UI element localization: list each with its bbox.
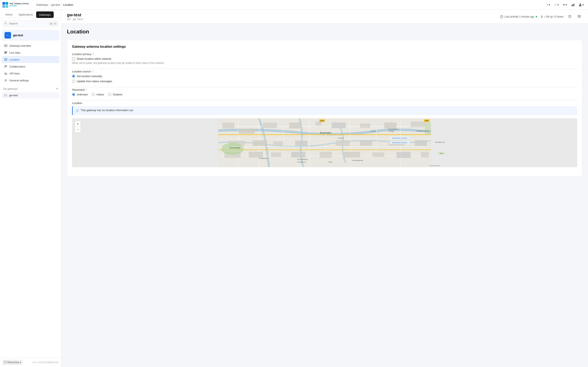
map-zoom-in-button[interactable]: + — [75, 121, 81, 127]
logo-sq-2 — [6, 2, 8, 5]
sidebar-item-location[interactable]: Location — [2, 56, 60, 63]
svg-rect-58 — [271, 152, 281, 157]
content-body: Location Gateway antenna location settin… — [61, 24, 588, 367]
sidebar-item-api-keys[interactable]: API keys — [2, 70, 60, 77]
tab-home[interactable]: Home — [2, 11, 15, 18]
menu-label-general-settings: General settings — [9, 79, 29, 82]
placement-unknown-radio[interactable] — [72, 93, 75, 96]
share-location-row: Share location within network — [72, 57, 577, 60]
topbar: THE THINGS STACK CLOUD Gateways › gw-tes… — [0, 0, 588, 10]
location-source-status-label[interactable]: Update from status messages — [77, 80, 112, 83]
location-source-manual-radio[interactable] — [72, 75, 75, 78]
users-icon — [4, 65, 7, 68]
sidebar-toggle-button[interactable] — [32, 2, 34, 7]
add-button[interactable]: + ▾ — [545, 2, 552, 7]
svg-rect-49 — [253, 140, 267, 146]
location-source-manual-label[interactable]: Set location manually — [77, 75, 102, 78]
topbar-actions: + ▾ ☆ ▾ ✉ ▾ ▾ — [545, 2, 586, 8]
page-title: Location — [67, 29, 582, 35]
tab-gateways[interactable]: Gateways — [36, 11, 54, 18]
star-icon: ☆ — [554, 3, 557, 6]
last-activity-text: Last activity 1 minute ago — [504, 15, 535, 18]
share-location-checkbox-label[interactable]: Share location within network — [77, 57, 111, 60]
sidebar-item-general-settings[interactable]: General settings — [2, 77, 60, 84]
placement-indoor-label[interactable]: Indoor — [96, 93, 104, 96]
breadcrumb-current: Location — [63, 3, 73, 6]
svg-rect-66 — [425, 123, 431, 135]
location-field: Location ⓘ This gateway has no location … — [72, 101, 577, 167]
sidebar-item-collaborators[interactable]: Collaborators — [2, 63, 60, 70]
placement-field: Placement ? Unknown Indoor — [72, 88, 577, 96]
svg-rect-44 — [332, 123, 346, 128]
svg-text:De Baarsjes: De Baarsjes — [259, 157, 268, 159]
share-location-checkbox[interactable] — [72, 57, 75, 60]
placement-indoor-row: Indoor — [92, 93, 104, 96]
svg-rect-40 — [239, 129, 255, 134]
user-menu-button[interactable]: ▾ — [577, 2, 586, 8]
svg-point-9 — [5, 45, 6, 46]
search-shortcut: ⌘ K — [49, 22, 57, 25]
location-source-help-icon[interactable]: ? — [92, 70, 93, 73]
placement-outdoor-label[interactable]: Outdoor — [113, 93, 122, 96]
svg-text:S100: S100 — [425, 120, 429, 122]
svg-rect-39 — [222, 123, 234, 129]
svg-point-15 — [4, 73, 6, 74]
user-icon — [579, 3, 582, 7]
more-options-button[interactable] — [576, 13, 582, 20]
add-arrow-icon: ▾ — [549, 3, 550, 6]
svg-rect-21 — [578, 16, 581, 17]
location-info-banner: ⓘ This gateway has no location informati… — [72, 106, 577, 115]
envelope-arrow-icon: ▾ — [566, 3, 567, 6]
location-source-status-radio[interactable] — [72, 80, 75, 83]
sidebar-gateway-item[interactable]: gw-test — [2, 92, 60, 99]
location-privacy-help-icon[interactable]: ? — [92, 53, 94, 56]
add-gateway-button[interactable]: + — [56, 87, 58, 91]
menu-label-location: Location — [9, 58, 19, 61]
resources-arrow-icon: ▾ — [20, 361, 21, 364]
placement-unknown-label[interactable]: Unknown — [77, 93, 88, 96]
sidebar-item-gateway-overview[interactable]: Gateway overview — [2, 42, 60, 49]
divider-3 — [72, 100, 577, 100]
sidebar-item-live-data[interactable]: Live data — [2, 49, 60, 56]
bookmark-button[interactable]: ☆ ▾ — [553, 2, 561, 7]
svg-point-13 — [5, 66, 6, 67]
info-banner-icon: ⓘ — [76, 109, 79, 113]
svg-text:Amsterdam Centraal: Amsterdam Centraal — [392, 137, 407, 139]
gateway-entity[interactable]: ← gw-test — [2, 30, 60, 41]
favorite-button[interactable] — [567, 13, 573, 20]
location-info-text: This gateway has no location information… — [81, 109, 133, 112]
breadcrumb-gateway-id[interactable]: gw-test — [52, 3, 60, 6]
svg-rect-5 — [573, 3, 574, 6]
traffic-info: ↕ 58 up / 0 down — [540, 15, 563, 18]
placement-help-icon[interactable]: ? — [86, 88, 87, 91]
logo-sq-1 — [2, 2, 5, 5]
menu-label-overview: Gateway overview — [9, 44, 31, 47]
breadcrumb-gateways[interactable]: Gateways — [36, 3, 48, 6]
map-container: + − — [72, 118, 577, 167]
placement-outdoor-radio[interactable] — [108, 93, 111, 96]
resources-button[interactable]: ⓘ Resources ▾ — [2, 360, 22, 365]
map-svg[interactable]: Amsterdam Erasmuspark De Baarsjes Da Cos… — [72, 118, 577, 167]
breadcrumb-sep1: › — [49, 3, 50, 6]
map-zoom-out-button[interactable]: − — [75, 127, 81, 133]
back-button[interactable]: ← — [4, 32, 11, 39]
placement-indoor-radio[interactable] — [92, 93, 95, 96]
sidebar-gateway-name: gw-test — [9, 94, 18, 97]
svg-point-7 — [5, 22, 6, 24]
svg-text:Centrum: Centrum — [338, 137, 344, 139]
logo-sq-4 — [6, 5, 8, 8]
notifications-button[interactable]: ✉ ▾ — [561, 2, 569, 7]
svg-text:© OpenStreetMap: © OpenStreetMap — [429, 165, 440, 167]
location-privacy-field: Location privacy ? Share location within… — [72, 53, 577, 64]
activity-icon — [500, 15, 503, 18]
svg-text:Lastage: Lastage — [388, 130, 394, 132]
svg-rect-46 — [384, 123, 397, 129]
svg-rect-8 — [4, 45, 7, 47]
svg-rect-52 — [336, 140, 350, 146]
dashboard-button[interactable] — [570, 2, 576, 8]
list-icon — [4, 51, 7, 54]
tab-applications[interactable]: Applications — [16, 11, 36, 18]
svg-text:Oostelijk Hav...: Oostelijk Hav... — [435, 141, 446, 143]
placement-label: Placement ? — [72, 88, 577, 91]
svg-point-18 — [5, 95, 6, 96]
